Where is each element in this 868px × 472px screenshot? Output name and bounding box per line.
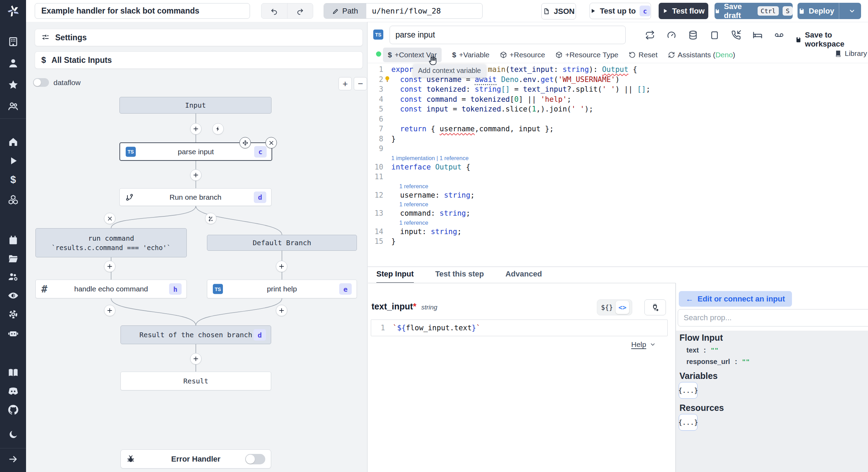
windmill-logo[interactable] — [0, 0, 26, 22]
sidebar-item-assistant-bot[interactable] — [7, 327, 19, 339]
connect-input-button[interactable] — [644, 299, 666, 315]
path-edit-button[interactable]: Path — [324, 3, 366, 18]
sleep-bed-icon[interactable] — [753, 30, 762, 40]
add-step-button[interactable] — [104, 261, 116, 272]
json-button[interactable]: JSON — [541, 3, 576, 19]
node-branch-run-command[interactable]: run command `results.c.command === 'echo… — [35, 228, 187, 257]
save-draft-button[interactable]: Save draft Ctrl S — [715, 3, 793, 19]
error-handler-row[interactable]: Error Handler — [120, 449, 271, 469]
expression-editor[interactable]: 1 `${flow_input.text}` — [371, 320, 668, 336]
tooltip-add-context-variable: Add context variable — [413, 64, 486, 77]
library-button[interactable]: Library — [835, 49, 867, 58]
voicemail-icon[interactable] — [774, 30, 784, 40]
sidebar-item-runs[interactable] — [8, 155, 19, 166]
chevron-down-icon — [849, 8, 856, 15]
error-handler-toggle[interactable] — [245, 454, 265, 464]
prop-text[interactable]: text : "" — [686, 346, 719, 354]
add-branch-button[interactable] — [205, 213, 217, 224]
add-variable-button[interactable]: $ +Variable — [452, 51, 489, 59]
flow-title-input[interactable] — [35, 3, 250, 19]
node-default-branch[interactable]: Default Branch — [207, 235, 357, 251]
reset-button[interactable]: Reset — [629, 51, 658, 59]
database-icon[interactable] — [688, 30, 698, 40]
slack-hash-icon: # — [41, 283, 47, 295]
sidebar-divider — [0, 448, 26, 448]
edit-or-connect-button[interactable]: ← Edit or connect an input — [679, 291, 792, 307]
add-resource-type-button[interactable]: +Resource Type — [556, 51, 618, 59]
redo-button[interactable] — [287, 3, 313, 18]
sidebar-item-resources[interactable] — [8, 194, 19, 205]
save-to-workspace-button[interactable]: Save to workspace — [795, 31, 868, 49]
plus-icon — [279, 264, 285, 270]
undo-button[interactable] — [261, 3, 287, 18]
sidebar-expand-button[interactable] — [8, 454, 18, 464]
plus-icon — [193, 126, 199, 132]
add-step-button[interactable] — [190, 353, 202, 365]
deploy-dropdown-button[interactable] — [843, 8, 861, 15]
sidebar-item-docs[interactable] — [8, 367, 19, 378]
sidebar-item-schedules[interactable] — [8, 235, 19, 246]
template-mode-button[interactable]: ${} — [598, 304, 616, 311]
remove-branch-button[interactable] — [104, 213, 116, 224]
step-name-input[interactable] — [390, 26, 626, 44]
add-step-button[interactable] — [190, 169, 202, 181]
variables-object-button[interactable]: {...} — [679, 382, 698, 399]
sidebar-item-user[interactable] — [8, 58, 19, 69]
quick-fix-lightbulb-icon[interactable] — [384, 76, 391, 82]
search-prop-input[interactable] — [678, 309, 868, 326]
gauge-icon[interactable] — [667, 30, 676, 40]
add-trigger-button[interactable] — [212, 123, 224, 135]
sidebar-item-workers[interactable] — [8, 271, 19, 282]
path-group: Path u/henri/flow_28 — [324, 3, 483, 19]
phone-incoming-icon[interactable] — [731, 30, 741, 40]
node-flow-input[interactable]: Input — [119, 97, 272, 114]
node-run-one-branch[interactable]: Run one branch d — [119, 188, 272, 206]
add-step-button[interactable] — [276, 305, 287, 316]
deploy-button[interactable]: Deploy — [798, 7, 835, 16]
package-icon — [556, 51, 562, 58]
panel-divider[interactable] — [367, 22, 368, 472]
sidebar-item-folders[interactable] — [8, 253, 19, 264]
sidebar-item-dark-mode[interactable] — [8, 429, 18, 440]
test-up-to-button[interactable]: Test up to c — [590, 3, 651, 19]
code-editor[interactable]: 1export async function main(text_input: … — [368, 65, 868, 265]
sidebar-item-discord[interactable] — [7, 385, 19, 397]
add-step-button[interactable] — [276, 261, 287, 272]
redo-icon — [296, 7, 304, 15]
cache-repeat-icon[interactable] — [645, 30, 655, 40]
delete-step-button[interactable] — [266, 137, 277, 149]
sidebar-divider — [0, 118, 26, 119]
resources-object-button[interactable]: {...} — [679, 414, 698, 431]
sidebar-item-settings[interactable] — [8, 309, 19, 320]
move-step-button[interactable] — [240, 137, 251, 149]
help-link[interactable]: Help — [631, 340, 656, 349]
sidebar-item-members[interactable] — [8, 101, 19, 112]
tab-advanced[interactable]: Advanced — [506, 270, 542, 283]
tabs-underline — [368, 283, 676, 283]
code-mode-button[interactable]: <> — [616, 301, 629, 314]
test-flow-button[interactable]: Test flow — [659, 3, 708, 19]
assistants-button[interactable]: Assistants (Deno) — [668, 51, 735, 59]
prop-response-url[interactable]: response_url : "" — [686, 358, 750, 366]
path-value[interactable]: u/henri/flow_28 — [366, 3, 482, 18]
step-id-badge: c — [254, 146, 267, 157]
add-step-button[interactable] — [190, 123, 202, 135]
square-concurrency-icon[interactable] — [710, 30, 719, 40]
add-resource-button[interactable]: +Resource — [500, 51, 545, 59]
sidebar-item-workspace[interactable] — [8, 36, 19, 47]
sidebar-item-favorites[interactable] — [8, 79, 19, 90]
sidebar-item-audit-logs[interactable] — [7, 290, 19, 301]
tab-test-this-step[interactable]: Test this step — [435, 270, 484, 283]
node-print-help[interactable]: TS print help e — [207, 280, 357, 298]
node-result[interactable]: Result — [120, 372, 271, 390]
node-handle-echo-command[interactable]: # handle echo command h — [35, 280, 187, 298]
tab-step-input[interactable]: Step Input — [376, 270, 414, 283]
sidebar-item-variables[interactable]: $ — [8, 174, 19, 185]
deploy-divider — [839, 3, 839, 19]
sidebar-item-github[interactable] — [7, 404, 19, 416]
editor-step-divider[interactable] — [368, 266, 868, 267]
sidebar-item-home[interactable] — [8, 136, 19, 147]
add-step-button[interactable] — [104, 305, 116, 316]
node-branch-result[interactable]: Result of the chosen branch d — [120, 325, 271, 344]
refresh-cw-icon — [668, 51, 675, 58]
